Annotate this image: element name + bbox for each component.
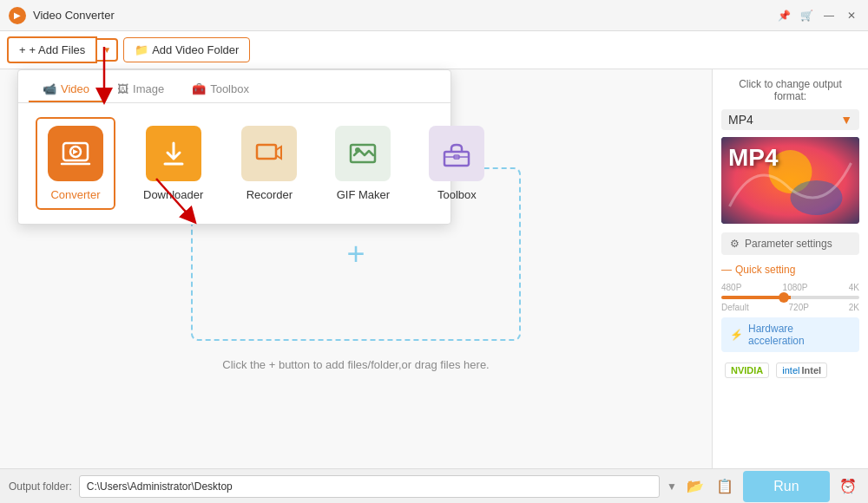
path-dropdown-arrow-icon[interactable]: ▼	[667, 480, 677, 493]
format-selector[interactable]: MP4 ▼	[721, 109, 859, 130]
add-files-dropdown[interactable]: ▼	[97, 38, 118, 62]
output-folder-label: Output folder:	[9, 480, 72, 493]
open-folder-icon[interactable]: 📂	[684, 475, 707, 498]
titlebar-pin[interactable]: 📌	[776, 8, 792, 23]
tool-recorder[interactable]: Recorder	[231, 119, 307, 208]
add-files-icon: +	[19, 43, 26, 56]
image-tab-label: Image	[133, 82, 164, 95]
svg-point-10	[355, 147, 360, 153]
output-format-label: Click to change output format:	[721, 78, 859, 102]
right-panel: Click to change output format: MP4 ▼ MP4	[712, 69, 868, 468]
titlebar: ▶ Video Converter 📌 🛒 — ✕	[0, 0, 868, 31]
gifmaker-icon	[335, 126, 391, 181]
run-button[interactable]: Run	[743, 471, 830, 502]
dropdown-panel: 📹 Video 🖼 Image 🧰 Toolbox Converter	[17, 69, 451, 225]
output-path-text: C:\Users\Administrator\Desktop	[87, 480, 233, 493]
tab-video[interactable]: 📹 Video	[29, 77, 103, 102]
drop-zone-plus-icon: +	[346, 236, 365, 272]
run-label: Run	[773, 479, 799, 494]
format-dropdown-arrow-icon: ▼	[840, 113, 852, 127]
quality-slider[interactable]: 480P 1080P 4K Default 720P 2K	[721, 283, 859, 312]
tool-converter[interactable]: Converter	[36, 117, 115, 210]
video-tab-icon: 📹	[43, 82, 56, 95]
nvidia-logo: NVIDIA	[725, 363, 769, 378]
converter-label: Converter	[50, 188, 100, 201]
output-path-display[interactable]: C:\Users\Administrator\Desktop	[79, 475, 660, 498]
param-settings-label: Parameter settings	[745, 238, 832, 250]
folder-icon: 📁	[135, 43, 148, 56]
tool-toolbox[interactable]: Toolbox	[418, 119, 495, 208]
bottom-bar: Output folder: C:\Users\Administrator\De…	[0, 468, 868, 503]
dropdown-tabs: 📹 Video 🖼 Image 🧰 Toolbox	[18, 70, 450, 103]
hw-acceleration-button[interactable]: ⚡ Hardware acceleration	[721, 317, 859, 352]
toolbox-label: Toolbox	[437, 188, 477, 201]
dropdown-arrow-icon: ▼	[102, 45, 111, 55]
param-settings-button[interactable]: ⚙ Parameter settings	[721, 232, 859, 255]
quality-labels-top: 480P 1080P 4K	[721, 283, 859, 292]
tool-downloader[interactable]: Downloader	[133, 119, 214, 208]
tab-toolbox[interactable]: 🧰 Toolbox	[178, 77, 263, 102]
titlebar-minimize[interactable]: —	[821, 8, 837, 23]
drop-hint: Click the + button to add files/folder,o…	[222, 358, 489, 371]
hw-accel-label: Hardware acceleration	[748, 323, 851, 347]
toolbox-icon	[429, 126, 484, 181]
downloader-icon	[146, 126, 201, 181]
titlebar-close[interactable]: ✕	[844, 8, 859, 23]
format-preview-text: MP4	[728, 144, 779, 172]
brand-logos: NVIDIA intel Intel	[721, 359, 859, 382]
titlebar-left: ▶ Video Converter	[9, 7, 115, 24]
recorder-label: Recorder	[247, 188, 293, 201]
quick-setting-text: Quick setting	[735, 264, 795, 276]
add-folder-label: Add Video Folder	[152, 43, 239, 56]
toolbox-tab-label: Toolbox	[210, 82, 249, 95]
tab-image[interactable]: 🖼 Image	[103, 77, 178, 102]
gifmaker-label: GIF Maker	[337, 188, 390, 201]
svg-rect-8	[257, 145, 276, 159]
quality-labels-bottom: Default 720P 2K	[721, 303, 859, 312]
app-icon: ▶	[9, 7, 26, 24]
hw-accel-icon: ⚡	[730, 329, 743, 341]
quick-setting-icon: —	[721, 264, 732, 276]
video-tab-label: Video	[61, 82, 89, 95]
add-files-button[interactable]: + + Add Files	[7, 36, 97, 63]
recorder-icon	[241, 126, 297, 181]
toolbox-tab-icon: 🧰	[192, 82, 206, 95]
tools-grid: Converter Downloader Recorder	[18, 103, 450, 224]
add-files-label: + Add Files	[30, 43, 86, 56]
history-icon[interactable]: 📋	[713, 475, 736, 498]
app-title: Video Converter	[33, 9, 115, 22]
schedule-icon[interactable]: ⏰	[837, 475, 859, 498]
quality-track[interactable]	[721, 296, 859, 299]
downloader-label: Downloader	[143, 188, 203, 201]
format-preview[interactable]: MP4	[721, 137, 859, 224]
titlebar-cart[interactable]: 🛒	[799, 8, 814, 23]
settings-icon: ⚙	[730, 238, 740, 250]
converter-icon	[48, 126, 103, 181]
quality-thumb[interactable]	[779, 292, 789, 303]
intel-logo: intel Intel	[776, 363, 827, 378]
toolbar: + + Add Files ▼ 📁 Add Video Folder	[0, 31, 868, 69]
tool-gifmaker[interactable]: GIF Maker	[325, 119, 401, 208]
image-tab-icon: 🖼	[117, 82, 128, 95]
format-name: MP4	[728, 113, 753, 127]
quick-setting-label: — Quick setting	[721, 264, 859, 276]
titlebar-controls: 📌 🛒 — ✕	[776, 8, 859, 23]
add-folder-button[interactable]: 📁 Add Video Folder	[123, 37, 250, 62]
